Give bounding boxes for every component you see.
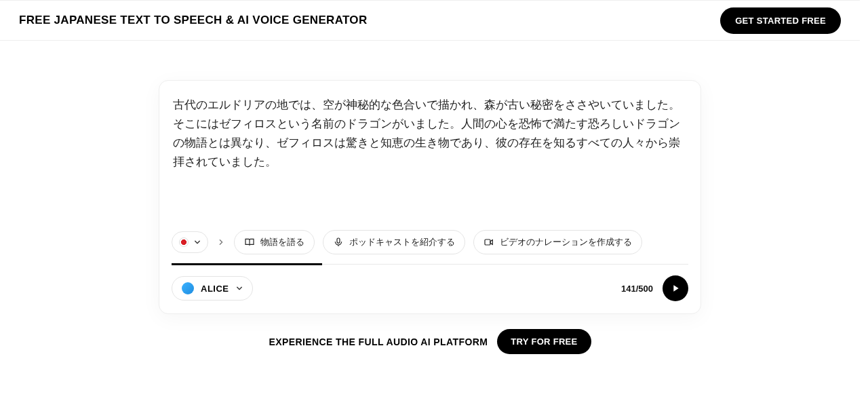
voice-selector[interactable]: ALICE — [172, 276, 253, 301]
chip-label: ポッドキャストを紹介する — [349, 236, 455, 248]
voice-avatar-icon — [182, 282, 194, 294]
play-button[interactable] — [663, 275, 688, 301]
video-icon — [484, 237, 494, 248]
char-counter: 141/500 — [621, 284, 653, 294]
tab-divider — [172, 264, 688, 265]
text-input[interactable]: 古代のエルドリアの地では、空が神秘的な色合いで描かれ、森が古い秘密をささやいてい… — [172, 93, 688, 222]
chevron-down-icon — [194, 239, 201, 246]
chip-story[interactable]: 物語を語る — [234, 230, 315, 254]
language-selector[interactable] — [172, 231, 208, 253]
footer-text: EXPERIENCE THE FULL AUDIO AI PLATFORM — [269, 336, 488, 347]
top-bar: FREE JAPANESE TEXT TO SPEECH & AI VOICE … — [0, 0, 860, 41]
chip-label: 物語を語る — [260, 236, 304, 248]
chip-podcast[interactable]: ポッドキャストを紹介する — [323, 230, 465, 254]
chevron-right-icon — [216, 239, 226, 246]
svg-rect-1 — [485, 239, 490, 245]
flag-japan-icon — [179, 237, 189, 247]
svg-rect-0 — [337, 238, 340, 243]
book-icon — [244, 237, 255, 248]
play-icon — [670, 283, 681, 294]
page-title: FREE JAPANESE TEXT TO SPEECH & AI VOICE … — [19, 14, 367, 27]
suggestion-row: 物語を語る ポッドキャストを紹介する ビデオのナレーションを作成する — [172, 230, 688, 254]
try-for-free-button[interactable]: TRY FOR FREE — [497, 329, 591, 354]
chip-label: ビデオのナレーションを作成する — [500, 236, 632, 248]
chevron-down-icon — [236, 285, 243, 292]
voice-name: ALICE — [201, 284, 229, 294]
footer-cta: EXPERIENCE THE FULL AUDIO AI PLATFORM TR… — [269, 329, 591, 354]
chip-video[interactable]: ビデオのナレーションを作成する — [473, 230, 642, 254]
tts-card: 古代のエルドリアの地では、空が神秘的な色合いで描かれ、森が古い秘密をささやいてい… — [159, 80, 701, 314]
get-started-button[interactable]: GET STARTED FREE — [720, 7, 841, 34]
mic-icon — [333, 237, 344, 248]
